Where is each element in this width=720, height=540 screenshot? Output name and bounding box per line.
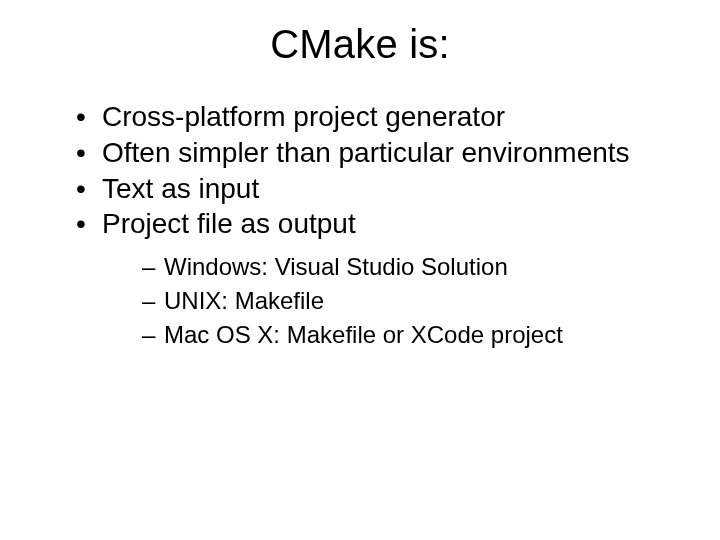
slide-title: CMake is: [40,22,680,67]
list-item: Cross-platform project generator [76,99,680,135]
bullet-text: Text as input [102,173,259,204]
list-item: Project file as output Windows: Visual S… [76,206,680,351]
sub-bullet-text: UNIX: Makefile [164,287,324,314]
sub-bullet-text: Windows: Visual Studio Solution [164,253,508,280]
list-item: Often simpler than particular environmen… [76,135,680,171]
list-item: Mac OS X: Makefile or XCode project [142,318,680,352]
bullet-text: Cross-platform project generator [102,101,505,132]
bullet-list: Cross-platform project generator Often s… [40,99,680,351]
list-item: Windows: Visual Studio Solution [142,250,680,284]
sub-bullet-text: Mac OS X: Makefile or XCode project [164,321,563,348]
bullet-text: Often simpler than particular environmen… [102,137,630,168]
bullet-text: Project file as output [102,208,356,239]
list-item: UNIX: Makefile [142,284,680,318]
sub-bullet-list: Windows: Visual Studio Solution UNIX: Ma… [102,250,680,351]
slide: CMake is: Cross-platform project generat… [0,0,720,540]
list-item: Text as input [76,171,680,207]
